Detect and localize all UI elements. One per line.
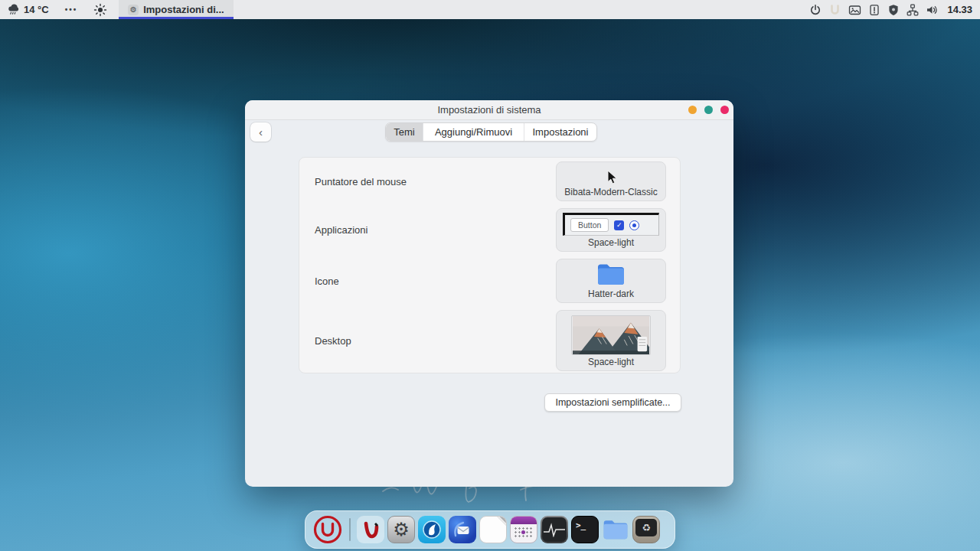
row-label: Applicazioni: [299, 224, 556, 236]
window-toolbar: ‹ Temi Aggiungi/Rimuovi Impostazioni: [245, 122, 733, 142]
close-button[interactable]: [720, 106, 729, 114]
simplified-settings-button[interactable]: Impostazioni semplificate...: [544, 393, 681, 412]
back-chevron-icon: ‹: [259, 126, 263, 139]
volume-icon[interactable]: [926, 4, 939, 16]
dock-separator: [349, 518, 351, 541]
desktop-theme-name: Space-light: [588, 357, 634, 367]
ubuntudde-logo-icon[interactable]: [312, 514, 343, 545]
minimize-button[interactable]: [688, 106, 697, 114]
tab-impostazioni[interactable]: Impostazioni: [524, 123, 596, 141]
calendar-header: [511, 517, 537, 524]
trash-icon[interactable]: ♻: [632, 516, 660, 543]
calendar-grid: [514, 527, 534, 539]
theme-row-desktop: Desktop: [299, 310, 666, 371]
application-theme-card[interactable]: Button ✓ Space-light: [556, 208, 666, 252]
thunderbird-mail-icon[interactable]: [449, 516, 476, 543]
theme-row-applications: Applicazioni Button ✓ Space-light: [299, 208, 666, 252]
theme-row-mouse-pointer: Puntatore del mouse Bibata-Modern-Classi…: [299, 161, 666, 201]
maximize-button[interactable]: [704, 106, 713, 114]
calendar-icon[interactable]: [510, 516, 537, 543]
icon-theme-name: Hatter-dark: [588, 289, 634, 299]
browser-icon[interactable]: [418, 516, 446, 543]
settings-window: Impostazioni di sistema ‹ Temi Aggiungi/…: [245, 100, 733, 487]
wallpaper-thumbnail: [571, 315, 651, 355]
row-label: Puntatore del mouse: [299, 176, 556, 187]
cursor-arrow-icon: [605, 170, 618, 185]
theme-row-icons: Icone Hatter-dark: [299, 259, 666, 303]
text-editor-icon[interactable]: [479, 516, 507, 543]
top-panel: 14 °C ••• ⚙ Impostazioni di...: [0, 0, 980, 19]
settings-gear-icon[interactable]: ⚙: [387, 516, 415, 543]
cursor-theme-name: Bibata-Modern-Classic: [564, 187, 657, 197]
active-tab-underline: [119, 17, 233, 19]
back-button[interactable]: ‹: [250, 122, 271, 142]
brightness-sun-icon: [93, 3, 107, 17]
update-box-icon[interactable]: [868, 4, 880, 16]
tab-temi[interactable]: Temi: [386, 123, 423, 141]
tab-bar: Temi Aggiungi/Rimuovi Impostazioni: [385, 122, 597, 142]
preview-radio-icon: [629, 220, 639, 230]
ubuntudde-welcome-icon[interactable]: [357, 516, 384, 543]
system-monitor-icon[interactable]: [541, 516, 568, 543]
preview-checkbox-icon: ✓: [614, 220, 624, 230]
cursor-theme-card[interactable]: Bibata-Modern-Classic: [556, 161, 666, 201]
active-app-tab[interactable]: ⚙ Impostazioni di...: [119, 0, 233, 19]
weather-widget[interactable]: 14 °C: [0, 0, 56, 19]
window-controls: [688, 100, 729, 119]
overflow-menu[interactable]: •••: [56, 5, 87, 14]
brightness-control[interactable]: [87, 0, 114, 19]
gear-icon: ⚙: [128, 5, 139, 15]
terminal-prompt: >_: [572, 517, 586, 530]
icon-theme-card[interactable]: Hatter-dark: [556, 259, 666, 303]
file-manager-icon[interactable]: [602, 516, 629, 543]
network-nodes-icon[interactable]: [906, 4, 919, 16]
folder-icon: [596, 262, 626, 287]
terminal-icon[interactable]: >_: [571, 516, 599, 543]
row-label: Icone: [299, 276, 556, 287]
active-app-label: Impostazioni di...: [143, 4, 224, 15]
window-title: Impostazioni di sistema: [437, 104, 541, 116]
trash-opening: ♻: [635, 519, 657, 536]
window-titlebar[interactable]: Impostazioni di sistema: [245, 100, 733, 120]
widget-style-preview: Button ✓: [563, 213, 659, 236]
dock: ⚙ >_ ♻: [305, 510, 675, 549]
clock[interactable]: 14.33: [947, 4, 972, 15]
power-icon[interactable]: [809, 4, 822, 16]
themes-panel: Puntatore del mouse Bibata-Modern-Classi…: [299, 157, 681, 373]
weather-temp: 14 °C: [24, 4, 49, 15]
tab-aggiungi-rimuovi[interactable]: Aggiungi/Rimuovi: [423, 123, 524, 141]
row-label: Desktop: [299, 335, 556, 347]
application-theme-name: Space-light: [588, 237, 634, 248]
screenshot-image-icon[interactable]: [848, 4, 861, 16]
preview-button: Button: [570, 218, 609, 232]
rain-cloud-icon: [7, 3, 20, 16]
desktop-theme-card[interactable]: Space-light: [556, 310, 666, 371]
ubuntu-u-logo-icon[interactable]: [828, 4, 841, 16]
shield-icon[interactable]: [887, 4, 900, 16]
